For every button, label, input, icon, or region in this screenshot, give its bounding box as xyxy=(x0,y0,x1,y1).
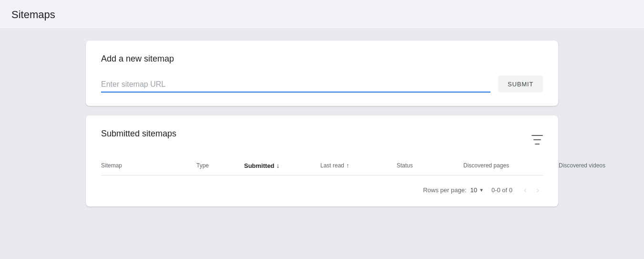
table-header: Sitemap Type Submitted ↓ Last read ↑ Sta… xyxy=(101,162,543,176)
sitemap-input-wrapper xyxy=(101,76,491,93)
page-header: Sitemaps xyxy=(0,0,644,29)
sort-arrow-last-read: ↑ xyxy=(346,162,349,169)
col-last-read[interactable]: Last read ↑ xyxy=(320,162,397,169)
col-status: Status xyxy=(397,162,463,169)
page-container: Sitemaps Add a new sitemap SUBMIT Submit… xyxy=(0,0,644,218)
sitemaps-header: Submitted sitemaps xyxy=(101,129,543,150)
submit-button[interactable]: SUBMIT xyxy=(498,75,543,93)
col-discovered-videos: Discovered videos xyxy=(559,162,644,169)
add-sitemap-title: Add a new sitemap xyxy=(101,54,543,64)
filter-icon[interactable] xyxy=(532,135,543,145)
table-footer: Rows per page: 10 ▼ 0-0 of 0 ‹ › xyxy=(101,176,543,197)
pagination-nav: ‹ › xyxy=(520,183,543,197)
dropdown-arrow-icon: ▼ xyxy=(479,187,484,193)
rows-per-page-select[interactable]: 10 ▼ xyxy=(470,186,484,194)
col-type: Type xyxy=(196,162,244,169)
col-sitemap: Sitemap xyxy=(101,162,196,169)
rows-per-page-label: Rows per page: xyxy=(423,186,466,194)
submitted-sitemaps-title: Submitted sitemaps xyxy=(101,129,176,139)
col-submitted[interactable]: Submitted ↓ xyxy=(244,162,320,169)
col-discovered-pages: Discovered pages xyxy=(463,162,559,169)
next-page-button[interactable]: › xyxy=(532,183,543,197)
rows-per-page-value: 10 xyxy=(470,186,477,194)
page-title: Sitemaps xyxy=(11,9,633,21)
submitted-sitemaps-card: Submitted sitemaps Sitemap Type Submitte… xyxy=(86,115,558,207)
add-sitemap-card: Add a new sitemap SUBMIT xyxy=(86,41,558,106)
sitemap-input-row: SUBMIT xyxy=(101,75,543,93)
sitemap-url-input[interactable] xyxy=(101,76,491,93)
prev-page-button[interactable]: ‹ xyxy=(520,183,531,197)
main-content: Add a new sitemap SUBMIT Submitted sitem… xyxy=(0,29,644,218)
sort-arrow-submitted: ↓ xyxy=(276,162,280,169)
rows-per-page-container: Rows per page: 10 ▼ xyxy=(423,186,483,194)
pagination-info: 0-0 of 0 xyxy=(491,186,512,194)
